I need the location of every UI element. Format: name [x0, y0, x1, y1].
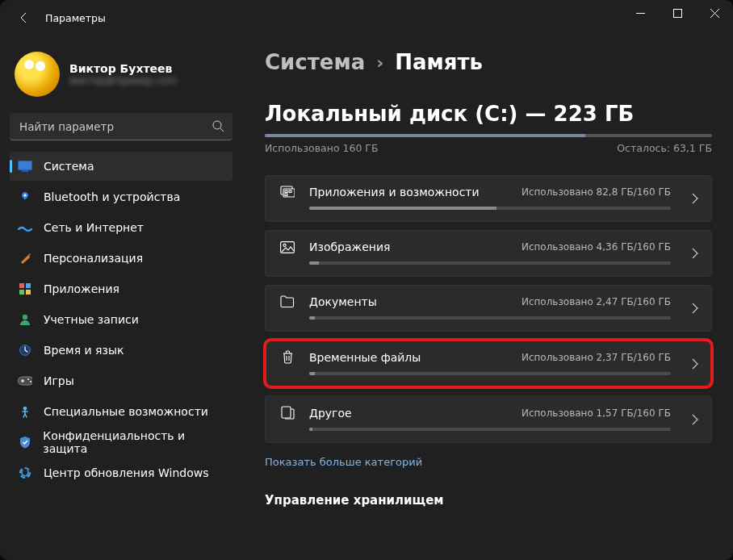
category-bar-fill	[309, 316, 315, 320]
disk-usage-fill	[265, 134, 585, 137]
category-bar	[309, 428, 671, 431]
pictures-icon	[279, 241, 296, 253]
chevron-right-icon	[692, 193, 698, 204]
minimize-button[interactable]	[622, 0, 659, 26]
category-temp-files[interactable]: Временные файлыИспользовано 2,37 ГБ/160 …	[265, 340, 712, 387]
sidebar-item-network[interactable]: Сеть и Интернет	[10, 213, 232, 242]
apps-features-icon	[279, 186, 296, 199]
sidebar-item-label: Персонализация	[44, 252, 143, 265]
svg-rect-2	[19, 161, 32, 170]
system-icon	[18, 159, 32, 173]
sidebar-item-personalization[interactable]: Персонализация	[10, 244, 232, 273]
category-bar	[309, 261, 671, 265]
sidebar-item-bluetooth[interactable]: Bluetooth и устройства	[10, 182, 232, 211]
category-bar-fill	[309, 261, 319, 265]
sidebar-item-windows-update[interactable]: Центр обновления Windows	[10, 458, 232, 487]
search-icon	[212, 119, 224, 132]
svg-point-1	[213, 121, 221, 129]
sidebar-item-label: Система	[44, 160, 94, 173]
chevron-right-icon	[692, 414, 698, 425]
avatar	[15, 52, 60, 97]
sidebar-item-gaming[interactable]: Игры	[10, 366, 232, 395]
svg-point-4	[23, 194, 26, 196]
window-controls	[622, 0, 733, 26]
sidebar-item-label: Учетные записи	[44, 313, 139, 326]
svg-rect-7	[19, 290, 24, 295]
breadcrumb: Система › Память	[265, 36, 712, 74]
sidebar-item-label: Конфиденциальность и защита	[43, 429, 224, 455]
svg-point-9	[23, 315, 27, 320]
svg-rect-3	[22, 170, 28, 172]
sidebar-item-privacy[interactable]: Конфиденциальность и защита	[10, 428, 232, 457]
category-pictures[interactable]: ИзображенияИспользовано 4,36 ГБ/160 ГБ	[265, 230, 712, 277]
svg-rect-15	[30, 381, 31, 382]
search-box	[10, 113, 232, 140]
search-input[interactable]	[10, 113, 232, 140]
sidebar-item-accessibility[interactable]: Специальные возможности	[10, 397, 232, 426]
disk-used-label: Использовано 160 ГБ	[265, 142, 379, 154]
apps-icon	[18, 282, 32, 296]
category-bar	[309, 207, 671, 210]
svg-point-24	[283, 244, 286, 246]
sidebar-item-label: Специальные возможности	[44, 405, 208, 418]
svg-rect-14	[27, 378, 29, 380]
sidebar: Виктор Бухтеев виктор@пример.com Система…	[0, 36, 242, 560]
sidebar-item-accounts[interactable]: Учетные записи	[10, 305, 232, 334]
sidebar-item-label: Bluetooth и устройства	[44, 190, 180, 203]
category-other[interactable]: ДругоеИспользовано 1,57 ГБ/160 ГБ	[265, 395, 712, 443]
chevron-right-icon	[692, 248, 698, 259]
close-button[interactable]	[696, 0, 733, 26]
category-label: Документы	[309, 295, 509, 308]
trash-icon	[279, 350, 296, 364]
category-usage: Использовано 2,37 ГБ/160 ГБ	[521, 352, 671, 363]
titlebar: Параметры	[0, 0, 733, 36]
category-documents[interactable]: ДокументыИспользовано 2,47 ГБ/160 ГБ	[265, 285, 712, 332]
network-icon	[18, 220, 32, 235]
profile-block[interactable]: Виктор Бухтеев виктор@пример.com	[10, 36, 232, 110]
disk-title: Локальный диск (C:) — 223 ГБ	[265, 102, 712, 126]
category-usage: Использовано 4,36 ГБ/160 ГБ	[521, 241, 671, 253]
windows-update-icon	[18, 466, 32, 480]
sidebar-item-time-language[interactable]: Время и язык	[10, 336, 232, 365]
sidebar-item-apps[interactable]: Приложения	[10, 274, 232, 303]
svg-point-13	[21, 379, 24, 382]
category-apps-features[interactable]: Приложения и возможностиИспользовано 82,…	[265, 175, 712, 222]
category-list: Приложения и возможностиИспользовано 82,…	[265, 175, 712, 443]
category-label: Временные файлы	[309, 351, 509, 364]
accounts-icon	[18, 312, 32, 327]
category-bar	[309, 372, 671, 375]
category-bar-fill	[309, 207, 496, 210]
show-more-link[interactable]: Показать больше категорий	[265, 456, 422, 468]
documents-icon	[279, 295, 296, 308]
sidebar-item-label: Приложения	[44, 282, 119, 295]
back-button[interactable]	[10, 3, 39, 32]
section-header-storage-management: Управление хранилищем	[265, 493, 712, 508]
profile-name: Виктор Бухтеев	[69, 62, 177, 75]
breadcrumb-current: Память	[395, 50, 483, 74]
privacy-icon	[18, 435, 31, 449]
breadcrumb-root[interactable]: Система	[265, 50, 365, 74]
category-bar-fill	[309, 372, 315, 375]
category-bar-fill	[309, 428, 312, 431]
category-label: Другое	[309, 407, 509, 420]
profile-email: виктор@пример.com	[69, 75, 177, 86]
svg-rect-6	[26, 283, 31, 288]
accessibility-icon	[18, 404, 32, 419]
bluetooth-icon	[18, 190, 32, 204]
time-language-icon	[18, 343, 32, 357]
sidebar-item-label: Центр обновления Windows	[44, 466, 208, 479]
maximize-button[interactable]	[659, 0, 696, 26]
svg-rect-8	[26, 290, 31, 295]
sidebar-item-label: Сеть и Интернет	[44, 221, 144, 234]
category-label: Приложения и возможности	[309, 186, 509, 199]
svg-rect-0	[673, 9, 681, 17]
svg-rect-5	[19, 283, 24, 288]
gaming-icon	[18, 374, 32, 388]
category-label: Изображения	[309, 240, 509, 253]
sidebar-item-system[interactable]: Система	[10, 152, 232, 181]
sidebar-item-label: Игры	[44, 374, 74, 387]
nav-list: СистемаBluetooth и устройстваСеть и Инте…	[10, 152, 232, 487]
disk-meta: Использовано 160 ГБ Осталось: 63,1 ГБ	[265, 142, 712, 154]
disk-usage-bar	[265, 134, 712, 137]
main-panel: Система › Память Локальный диск (C:) — 2…	[242, 36, 733, 560]
